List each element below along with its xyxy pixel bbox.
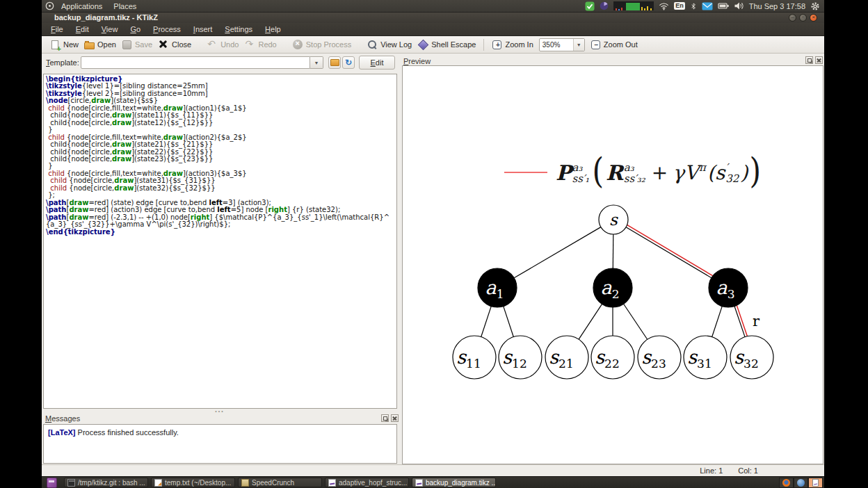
menu-process[interactable]: Process [147, 24, 187, 35]
code-line: \path[draw=red] (-2.3,1) -- +(1,0) node[… [46, 214, 396, 229]
toolbar-stop-button[interactable]: Stop Process [292, 39, 351, 50]
edge-action1-state12 [504, 307, 514, 337]
messages-float-icon[interactable] [381, 414, 389, 422]
zoom-dropdown-arrow[interactable]: ▼ [573, 39, 584, 51]
tray-firefox-icon[interactable] [779, 478, 794, 488]
close-button[interactable]: × [810, 14, 817, 22]
code-line: child {node[circle,draw](state32){$s_{32… [46, 185, 396, 192]
red-edge-action3-state32 [737, 305, 747, 336]
toolbar-close-button[interactable]: Close [158, 39, 191, 50]
top-panel: Applications Places En [42, 0, 824, 13]
menu-settings[interactable]: Settings [218, 24, 259, 35]
toolbar-zoomout-button[interactable]: Zoom Out [590, 40, 638, 50]
places-menu[interactable]: Places [109, 2, 140, 10]
edge-action1-state11 [481, 307, 492, 337]
applications-menu[interactable]: Applications [57, 2, 106, 10]
zoomout-icon [591, 40, 600, 49]
status-line: Line: 1 [700, 466, 723, 475]
code-line: child{node[circle,draw](state23){$s_{23}… [46, 156, 396, 163]
status-bar: Line: 1 Col: 1 [42, 464, 824, 476]
edge-action3-state31 [712, 307, 723, 337]
bluetooth-icon[interactable] [690, 1, 697, 11]
zoom-level-combobox[interactable]: 350%▼ [539, 38, 585, 51]
code-line: child{node[circle,draw](state12){$s_{12}… [46, 120, 396, 127]
template-edit-button[interactable]: Edit [359, 56, 395, 70]
template-dropdown-arrow[interactable]: ▼ [310, 56, 323, 69]
save-icon [122, 40, 131, 49]
battery-icon[interactable] [718, 1, 729, 11]
open-icon [84, 42, 95, 49]
system-monitor-icon[interactable] [613, 1, 654, 11]
toolbar-new-button[interactable]: New [50, 40, 79, 49]
messages-panel: [LaTeX] Process finished successfully. [43, 424, 397, 464]
preview-close-icon[interactable] [815, 56, 823, 64]
taskbar-window-3[interactable]: SpeedCrunch [238, 478, 322, 487]
clock[interactable]: Thu Sep 3 17:58 [749, 2, 805, 10]
redo-icon [244, 39, 255, 50]
template-reload-button[interactable]: ↻ [342, 56, 355, 69]
ktikz-icon [328, 479, 336, 487]
toolbar-undo-button[interactable]: Undo [207, 39, 239, 50]
template-label: Template: [46, 58, 79, 67]
toolbar-shellescape-button[interactable]: Shell Escape [417, 39, 476, 50]
preview-panel-title: Preview [403, 57, 431, 65]
message-text: Process finished successfully. [76, 428, 179, 437]
status-col: Col: 1 [738, 466, 758, 475]
menu-go[interactable]: Go [124, 24, 147, 35]
red-edge-state-action3 [627, 225, 713, 276]
backup-diagram: sa1a2a3s11s12s21s22s23s31s32r [403, 66, 823, 464]
taskbar-window-1[interactable]: /tmp/ktikz.git : bash ... [64, 478, 148, 487]
taskbar-window-5[interactable]: backup_diagram.tikz ... [412, 478, 496, 487]
edge-label-r: r [753, 313, 760, 330]
keyboard-layout-indicator[interactable]: En [674, 2, 685, 10]
toolbar: NewOpenSaveCloseUndoRedoStop ProcessView… [42, 36, 824, 54]
messages-panel-title: Messages [45, 414, 80, 423]
toolbar-redo-button[interactable]: Redo [244, 39, 276, 50]
code-editor[interactable]: \begin{tikzpicture}\tikzstyle{level 1}=[… [43, 74, 397, 409]
toolbar-save-button[interactable]: Save [122, 40, 152, 50]
minimize-button[interactable]: – [789, 14, 796, 22]
viewlog-icon [367, 39, 378, 50]
template-combobox[interactable] [81, 56, 310, 69]
preview-panel: Pa₃ss′₁(Ra₃ss′₃₂+γVπ(s′32)) sa1a2a3s11s1… [402, 65, 823, 464]
textedit-icon [154, 479, 162, 487]
menu-help[interactable]: Help [259, 24, 287, 35]
time-tracker-icon[interactable] [600, 1, 609, 11]
terminal-icon [67, 479, 75, 487]
software-updater-icon[interactable] [585, 1, 595, 11]
template-bar: Template: ▼ ↻ Edit [42, 54, 398, 72]
zoomin-icon [492, 40, 501, 49]
menu-view[interactable]: View [95, 24, 124, 35]
maximize-button[interactable]: ▫ [799, 14, 807, 22]
menu-insert[interactable]: Insert [187, 24, 219, 35]
taskbar-window-2[interactable]: temp.txt (~/Desktop... [151, 478, 235, 487]
mail-icon[interactable] [702, 1, 713, 11]
distro-logo-icon[interactable] [45, 1, 54, 11]
splitter-handle[interactable]: ••• [42, 409, 398, 414]
menu-edit[interactable]: Edit [70, 24, 95, 35]
wifi-icon[interactable] [659, 1, 669, 11]
message-tag: [LaTeX] [48, 428, 76, 437]
preview-float-icon[interactable] [805, 56, 813, 64]
desktop-screen: Applications Places En [42, 0, 824, 488]
edge-state-action1 [514, 227, 601, 278]
file-manager-icon[interactable] [47, 478, 57, 488]
window-title: backup_diagram.tikz - KTikZ [42, 13, 158, 22]
toolbar-open-button[interactable]: Open [84, 40, 116, 49]
menu-file[interactable]: File [45, 24, 70, 35]
work-area: Template: ▼ ↻ Edit Preview \begin{tikzpi… [42, 54, 824, 464]
toolbar-zoomin-button[interactable]: Zoom In [492, 40, 533, 50]
tray-globe-icon[interactable] [794, 478, 808, 488]
edge-action2-state21 [579, 304, 602, 339]
edge-action3-state32 [734, 307, 745, 337]
messages-close-icon[interactable] [391, 414, 399, 422]
session-gear-icon[interactable] [810, 1, 820, 11]
volume-icon[interactable] [734, 1, 744, 11]
toolbar-viewlog-button[interactable]: View Log [367, 39, 412, 50]
template-open-folder-button[interactable] [328, 56, 341, 69]
window-titlebar[interactable]: backup_diagram.tikz - KTikZ – ▫ × [42, 12, 824, 23]
taskbar-window-4[interactable]: adaptive_hopf_struc... [325, 478, 409, 487]
edge-state-action3 [626, 227, 712, 278]
tray-ktikz-icon[interactable] [808, 478, 823, 488]
undo-icon [207, 39, 218, 50]
